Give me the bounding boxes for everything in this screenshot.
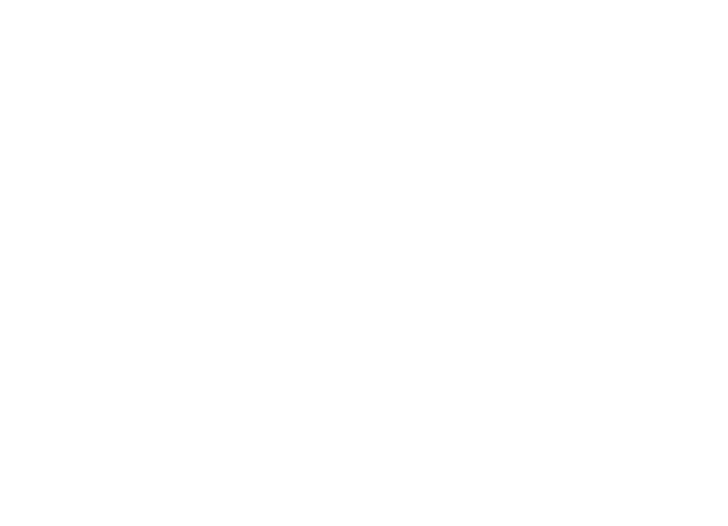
er-diagram — [0, 0, 728, 526]
